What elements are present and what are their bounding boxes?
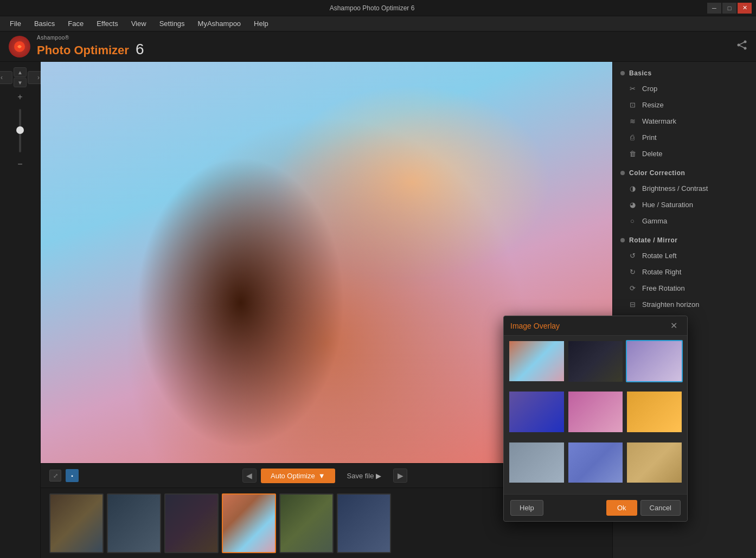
filmstrip-thumb-5[interactable] <box>279 493 334 553</box>
hue-icon: ◕ <box>628 200 637 209</box>
section-rotate-label: Rotate / Mirror <box>629 236 678 244</box>
overlay-close-button[interactable]: ✕ <box>667 319 681 332</box>
overlay-ok-button[interactable]: Ok <box>606 500 637 516</box>
rotate-right-icon: ↻ <box>628 267 637 276</box>
thumb-image-5 <box>280 495 332 552</box>
panel-item-print-label: Print <box>642 133 657 142</box>
panel-item-watermark-label: Watermark <box>642 117 676 125</box>
overlay-thumb-3[interactable] <box>626 340 683 382</box>
filmstrip-center-controls: ◀ Auto Optimize ▼ Save file ▶ ▶ <box>242 469 407 483</box>
overlay-thumb-image-3 <box>627 341 682 381</box>
filmstrip-thumb-2[interactable] <box>107 493 161 553</box>
overlay-thumb-image-9 <box>627 442 682 483</box>
menu-face[interactable]: Face <box>62 17 89 30</box>
gamma-icon: ○ <box>628 216 637 225</box>
auto-optimize-button[interactable]: Auto Optimize ▼ <box>261 469 335 483</box>
thumb-image-1 <box>50 495 102 552</box>
section-rotate-title: Rotate / Mirror <box>613 233 756 247</box>
panel-item-rotate-right-label: Rotate Right <box>642 268 681 276</box>
nav-down-button[interactable]: ▼ <box>14 78 27 87</box>
expand-button[interactable]: ⤢ <box>49 470 61 482</box>
filmstrip-left-controls: ⤢ ▪ <box>49 469 79 482</box>
panel-item-gamma-label: Gamma <box>642 217 667 225</box>
panel-item-watermark[interactable]: ≋ Watermark <box>613 113 756 129</box>
filmstrip-prev-button[interactable]: ◀ <box>242 469 257 483</box>
panel-item-rotate-left[interactable]: ↺ Rotate Left <box>613 247 756 264</box>
rotate-left-icon: ↺ <box>628 251 637 260</box>
minimize-button[interactable]: ─ <box>707 3 721 14</box>
close-button[interactable]: ✕ <box>738 3 752 14</box>
product-prefix: Photo <box>37 43 74 57</box>
panel-item-free-rotation-label: Free Rotation <box>642 284 685 292</box>
panel-item-resize-label: Resize <box>642 101 664 109</box>
panel-item-straighten[interactable]: ⊟ Straighten horizon <box>613 296 756 312</box>
nav-prev-button[interactable]: ‹ <box>0 71 12 84</box>
menu-myashampoo[interactable]: MyAshampoo <box>193 17 246 30</box>
thumb-image-6 <box>338 495 390 552</box>
panel-item-free-rotation[interactable]: ⟳ Free Rotation <box>613 280 756 296</box>
section-basics-title: Basics <box>613 66 756 80</box>
overlay-thumb-image-7 <box>509 442 564 483</box>
panel-item-crop[interactable]: ✂ Crop <box>613 80 756 97</box>
overlay-thumb-image-1 <box>509 341 564 381</box>
filmstrip-thumb-3[interactable] <box>164 493 219 553</box>
panel-item-print[interactable]: ⎙ Print <box>613 129 756 145</box>
window-title: Ashampoo Photo Optimizer 6 <box>37 4 707 12</box>
overlay-help-button[interactable]: Help <box>510 500 543 516</box>
overlay-thumb-1[interactable] <box>508 340 565 382</box>
section-dot <box>620 71 625 75</box>
auto-optimize-label: Auto Optimize <box>271 472 315 480</box>
filmstrip-thumb-4[interactable] <box>222 493 276 553</box>
section-color-label: Color Correction <box>629 169 685 177</box>
zoom-slider[interactable] <box>19 109 21 152</box>
share-icon[interactable] <box>736 40 747 53</box>
logo-text: Ashampoo® Photo Optimizer 6 <box>37 35 144 58</box>
menu-basics[interactable]: Basics <box>29 17 60 30</box>
panel-item-brightness[interactable]: ◑ Brightness / Contrast <box>613 180 756 196</box>
panel-item-hue-label: Hue / Saturation <box>642 201 693 209</box>
panel-item-brightness-label: Brightness / Contrast <box>642 184 708 193</box>
overlay-thumb-7[interactable] <box>508 441 565 484</box>
zoom-out-button[interactable]: − <box>14 158 27 171</box>
menu-effects[interactable]: Effects <box>91 17 124 30</box>
overlay-thumb-4[interactable] <box>508 390 565 433</box>
save-file-button[interactable]: Save file ▶ <box>339 469 389 483</box>
svg-line-5 <box>739 45 745 48</box>
panel-item-straighten-label: Straighten horizon <box>642 300 700 309</box>
panel-item-rotate-right[interactable]: ↻ Rotate Right <box>613 264 756 280</box>
filmstrip-thumb-6[interactable] <box>337 493 391 553</box>
panel-item-resize[interactable]: ⊡ Resize <box>613 97 756 113</box>
zoom-in-button[interactable]: + <box>14 91 27 104</box>
logo-bar: Ashampoo® Photo Optimizer 6 <box>0 31 756 62</box>
overlay-thumb-image-5 <box>568 392 623 432</box>
overlay-thumb-6[interactable] <box>626 390 683 433</box>
save-file-label: Save file <box>347 472 374 480</box>
overlay-thumb-2[interactable] <box>567 340 624 383</box>
menu-view[interactable]: View <box>126 17 152 30</box>
menu-file[interactable]: File <box>4 17 27 30</box>
overlay-thumb-8[interactable] <box>567 441 624 484</box>
nav-up-button[interactable]: ▲ <box>14 67 27 77</box>
filmstrip-thumb-1[interactable] <box>49 493 104 553</box>
panel-item-gamma[interactable]: ○ Gamma <box>613 213 756 229</box>
thumb-size-button[interactable]: ▪ <box>66 469 79 482</box>
menu-settings[interactable]: Settings <box>154 17 190 30</box>
image-overlay-dialog: Image Overlay ✕ Help <box>503 316 688 522</box>
section-dot-3 <box>620 238 625 242</box>
thumb-image-3 <box>165 495 217 552</box>
overlay-title: Image Overlay <box>510 322 560 330</box>
panel-item-hue[interactable]: ◕ Hue / Saturation <box>613 196 756 213</box>
menu-help[interactable]: Help <box>248 17 274 30</box>
maximize-button[interactable]: □ <box>722 3 736 14</box>
overlay-thumb-image-4 <box>509 392 564 432</box>
overlay-cancel-button[interactable]: Cancel <box>640 500 681 516</box>
overlay-thumb-9[interactable] <box>626 441 683 484</box>
panel-item-delete[interactable]: 🗑 Delete <box>613 145 756 162</box>
filmstrip-next-button[interactable]: ▶ <box>393 469 407 483</box>
logo-area: Ashampoo® Photo Optimizer 6 <box>9 35 144 58</box>
brand-name: Ashampoo® <box>37 35 144 41</box>
thumb-image-2 <box>108 495 160 552</box>
section-dot-2 <box>620 171 625 175</box>
overlay-thumb-5[interactable] <box>567 390 624 433</box>
app-logo-icon <box>9 36 30 57</box>
